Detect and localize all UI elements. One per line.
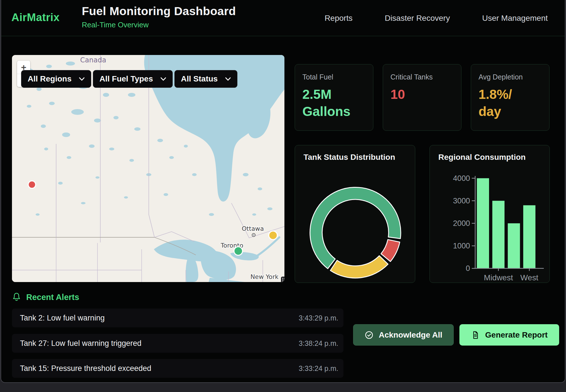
drag-handle-icon[interactable] [281,277,284,282]
brand-logo[interactable]: AirMatrix [11,11,60,24]
stat-card-critical-tanks: Critical Tanks10 [383,64,461,131]
app-header: AirMatrix Fuel Monitoring Dashboard Real… [1,0,565,36]
map-panel[interactable]: CanadaOttawaTorontoNew York + − All Regi… [12,55,284,282]
page-title: Fuel Monitoring Dashboard [82,5,236,18]
map-filter-bar: All RegionsAll Fuel TypesAll Status [21,70,237,88]
svg-text:Midwest: Midwest [484,273,513,282]
alert-message: Tank 2: Low fuel warning [20,314,105,322]
alerts-header: Recent Alerts [12,292,79,302]
check-circle-icon [365,330,374,340]
main-nav: ReportsDisaster RecoveryUser Management [325,0,548,36]
svg-text:West: West [520,273,538,282]
nav-item-disaster-recovery[interactable]: Disaster Recovery [385,14,450,23]
alert-row-2[interactable]: Tank 15: Pressure threshold exceeded3:33… [12,359,343,378]
alert-row-1[interactable]: Tank 27: Low fuel warning triggered3:38:… [12,334,343,353]
chevron-down-icon [79,77,85,81]
svg-text:0: 0 [466,264,470,273]
map-canvas[interactable]: CanadaOttawaTorontoNew York [12,55,284,282]
document-icon [471,330,480,340]
tank-marker-1[interactable] [269,231,277,240]
title-block: Fuel Monitoring Dashboard Real-Time Over… [82,5,236,29]
svg-text:4000: 4000 [453,174,470,183]
stat-value: 1.8%/day [479,86,549,120]
filter-all-status[interactable]: All Status [174,70,237,88]
regional-consumption-bar-chart[interactable]: 01000200030004000MidwestWest [430,145,549,283]
generate-report-label: Generate Report [485,330,547,340]
filter-all-regions[interactable]: All Regions [21,70,91,88]
donut-segment-yellow[interactable] [330,256,388,278]
stat-card-total-fuel: Total Fuel2.5MGallons [295,64,373,131]
acknowledge-all-button[interactable]: Acknowledge All [353,324,454,346]
acknowledge-all-label: Acknowledge All [379,330,442,340]
bar-1[interactable] [492,201,504,268]
regional-consumption-card: Regional Consumption 01000200030004000Mi… [429,145,550,283]
map-label-new-york: New York [251,273,279,280]
svg-text:2000: 2000 [453,219,470,228]
tank-marker-2[interactable] [234,247,243,255]
donut-segment-red[interactable] [381,240,400,262]
svg-text:3000: 3000 [453,197,470,205]
chevron-down-icon [225,77,231,81]
bar-3[interactable] [523,205,536,269]
alert-message: Tank 15: Pressure threshold exceeded [20,364,151,373]
alert-timestamp: 3:38:24 p.m. [299,339,338,348]
tank-marker-0[interactable] [28,181,36,188]
nav-item-user-management[interactable]: User Management [482,14,548,23]
alerts-title: Recent Alerts [26,293,79,302]
bell-icon [12,292,21,302]
map-label-ottawa: Ottawa [242,225,264,232]
tank-status-card: Tank Status Distribution [295,145,415,283]
bar-0[interactable] [477,178,489,268]
generate-report-button[interactable]: Generate Report [459,324,559,346]
stat-value: 10 [390,86,461,103]
nav-item-reports[interactable]: Reports [325,14,353,23]
tank-status-donut-chart[interactable] [295,145,415,283]
alert-timestamp: 3:43:29 p.m. [299,314,338,322]
svg-text:1000: 1000 [453,242,470,250]
bar-2[interactable] [508,223,520,268]
alert-timestamp: 3:33:24 p.m. [299,364,338,373]
page-subtitle: Real-Time Overview [82,21,236,29]
app-window: AirMatrix Fuel Monitoring Dashboard Real… [1,0,565,383]
filter-all-fuel-types[interactable]: All Fuel Types [93,70,173,88]
alert-row-0[interactable]: Tank 2: Low fuel warning3:43:29 p.m. [12,309,343,327]
alert-message: Tank 27: Low fuel warning triggered [20,339,141,348]
stat-value: 2.5MGallons [302,86,373,120]
map-label-country: Canada [80,56,106,64]
chevron-down-icon [160,77,166,81]
stat-card-avg-depletion: Avg Depletion1.8%/day [471,64,549,131]
